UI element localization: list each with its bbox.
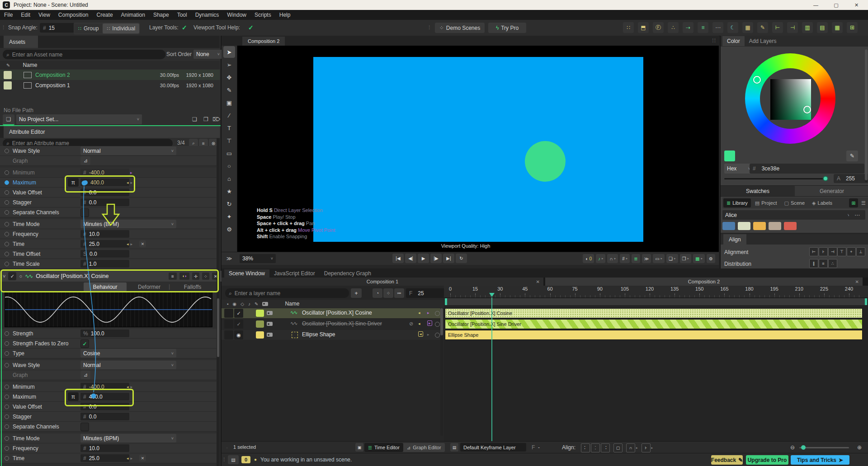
ellipse-tool[interactable]: ○ xyxy=(223,160,235,172)
work-area-end-handle[interactable] xyxy=(865,298,867,305)
in-marker-icon[interactable]: ◂ xyxy=(418,321,420,326)
alpha-field[interactable]: A 255 xyxy=(834,174,868,183)
layer-name[interactable]: Oscillator [Position.X] Cosine xyxy=(302,310,372,316)
frame-field[interactable]: F 25 xyxy=(406,288,445,298)
color-panel-scrollbar[interactable] xyxy=(865,49,868,182)
attr-radio[interactable] xyxy=(5,222,9,226)
minimize-button[interactable]: — xyxy=(806,0,826,10)
step-right-icon[interactable]: ▸ xyxy=(131,456,133,461)
attr-field[interactable]: #-400.0 xyxy=(80,169,129,176)
step-left-icon[interactable]: ◂ xyxy=(127,456,129,461)
attr-field[interactable]: #10.0 xyxy=(80,444,129,452)
source-tab-scene[interactable]: ▢Scene xyxy=(781,198,808,207)
attr-radio[interactable] xyxy=(5,210,9,215)
attr-field[interactable]: #0.0 xyxy=(80,403,129,410)
layout-icon[interactable]: ⊞ xyxy=(847,22,858,33)
alpha-slider-knob[interactable] xyxy=(823,176,828,181)
remove-keyframe-button[interactable]: ✕ xyxy=(139,455,146,461)
polygon-tool[interactable]: ⌂ xyxy=(223,173,235,184)
asset-row[interactable]: Composition 130.00fps1920 x 1080 xyxy=(0,80,220,90)
try-pro-button[interactable]: ϟ Try Pro xyxy=(488,23,526,33)
play-button[interactable]: ▶ xyxy=(418,254,429,263)
kf-align-2[interactable]: ⠨ xyxy=(601,443,610,452)
asset-row[interactable]: Composition 230.00fps1920 x 1080 xyxy=(0,70,220,80)
list-view-button[interactable]: ☰ xyxy=(859,198,868,207)
tag-icon[interactable] xyxy=(267,311,273,315)
lock-cell[interactable] xyxy=(224,309,233,318)
timeline-ruler[interactable]: 0153045607590105120135150165180195210225… xyxy=(444,286,868,298)
layer-bounds-button[interactable]: ❏▸ xyxy=(666,254,678,263)
attr-radio[interactable] xyxy=(5,242,9,246)
add-layer-button[interactable]: + xyxy=(351,288,362,298)
value-step-arrows[interactable]: ◂▸ xyxy=(127,178,132,187)
grid-dots-icon[interactable]: ∷ xyxy=(623,22,634,33)
attr-field[interactable]: #0.0 xyxy=(80,188,129,196)
palette-swatch[interactable] xyxy=(753,222,766,230)
zoom-in-icon[interactable]: ⊕ xyxy=(855,443,863,452)
console-icon[interactable]: ▤ xyxy=(228,455,239,464)
attr-dropdown[interactable]: Minutes (BPM)˅ xyxy=(80,220,176,228)
individual-mode-button[interactable]: ∷ Individual xyxy=(103,24,139,33)
keyframe-layer-icon[interactable]: ▤ xyxy=(450,443,458,452)
tag-icon[interactable] xyxy=(267,322,273,326)
grid-button[interactable]: #▸ xyxy=(620,254,630,263)
hex-value-field[interactable]: # 3ce38e xyxy=(750,164,864,174)
dot-box-icon[interactable]: ▣ xyxy=(355,443,363,452)
layers-scrollbar[interactable] xyxy=(440,308,443,436)
attr-radio[interactable] xyxy=(5,405,9,409)
layer-row[interactable]: ◉Ellipse Shape◂▸ xyxy=(222,330,440,340)
ellipse-shape[interactable] xyxy=(525,141,566,182)
lock-cell[interactable] xyxy=(224,330,233,339)
tab-scene-window[interactable]: Scene Window xyxy=(224,269,269,278)
attr-radio[interactable] xyxy=(5,414,9,419)
close-button[interactable]: ✕ xyxy=(846,0,867,10)
step-right-icon[interactable]: ▸ xyxy=(130,170,132,175)
radio-icon[interactable]: ○ xyxy=(19,273,22,279)
timeline-zoom-slider[interactable] xyxy=(799,447,849,448)
duplicate-view-button[interactable]: ❐▸ xyxy=(680,254,691,263)
attr-radio[interactable] xyxy=(5,436,9,441)
go-to-end-button[interactable]: ▶| xyxy=(443,254,454,263)
attr-field[interactable]: #-400.0 xyxy=(80,383,129,391)
text-path-tool[interactable]: ⊤ xyxy=(223,135,235,146)
menu-create[interactable]: Create xyxy=(93,10,117,20)
asset-name[interactable]: Composition 1 xyxy=(35,82,70,89)
tab-swatches[interactable]: Swatches xyxy=(721,185,795,197)
attr-field[interactable]: #0.0 xyxy=(80,198,129,206)
layer-color-swatch[interactable] xyxy=(256,331,264,339)
layer-row[interactable]: ✓∿∿Oscillator [Position.X] Sine Driver⊘◂… xyxy=(222,319,440,329)
tab-falloffs[interactable]: Falloffs xyxy=(180,282,205,292)
menu-view[interactable]: View xyxy=(34,10,54,20)
select-tool[interactable]: ➤ xyxy=(223,46,235,58)
caret-icon[interactable]: ▸ xyxy=(614,257,616,260)
playhead-line[interactable] xyxy=(491,297,492,441)
layer-row[interactable]: ✓∿∿Oscillator [Position.X] Cosine◂▸ xyxy=(222,308,440,318)
attr-field[interactable]: #10.0 xyxy=(80,230,129,238)
remove-keyframe-button[interactable]: ✕ xyxy=(139,240,146,247)
viewport-settings-button[interactable]: ⚙ xyxy=(707,254,715,263)
chevron-down-icon[interactable]: ˅ xyxy=(3,273,5,279)
menu-edit[interactable]: Edit xyxy=(17,10,34,20)
feedback-button[interactable]: Feedback✎ xyxy=(711,455,743,465)
caret-icon[interactable]: ▸ xyxy=(636,446,638,450)
tab-add-layers[interactable]: Add Layers xyxy=(745,36,781,46)
attr-radio[interactable] xyxy=(5,385,9,389)
layer-color-swatch[interactable] xyxy=(256,310,264,317)
step-left-icon[interactable]: ◂ xyxy=(127,242,129,246)
attr-radio[interactable] xyxy=(5,341,9,346)
go-to-start-button[interactable]: |◀ xyxy=(392,254,404,263)
caret-icon[interactable]: ▸ xyxy=(651,446,653,450)
project-set-dropdown[interactable]: No Project Set...˅ xyxy=(16,114,142,124)
line-tool[interactable]: ∕ xyxy=(223,109,235,121)
grid-view-button[interactable]: ⊞ xyxy=(849,198,858,207)
caret-icon[interactable]: ▸ xyxy=(701,257,703,260)
moon-icon[interactable]: ☾ xyxy=(727,22,738,33)
visibility-eye-icon[interactable]: ◉ xyxy=(234,330,243,339)
align-right-icon[interactable]: ⊣ xyxy=(787,22,798,33)
oscillator-section-header[interactable]: ˅ ✓ ○ ∿∿ Oscillator [Position.X] Cosine … xyxy=(0,271,222,282)
snap-keys-icon[interactable]: ⊦ xyxy=(642,443,651,452)
value-step-arrows[interactable]: ◂▸ xyxy=(127,239,132,249)
enable-check-icon[interactable]: ✓ xyxy=(8,272,16,280)
attr-radio[interactable] xyxy=(5,395,9,399)
attr-radio[interactable] xyxy=(5,170,9,175)
